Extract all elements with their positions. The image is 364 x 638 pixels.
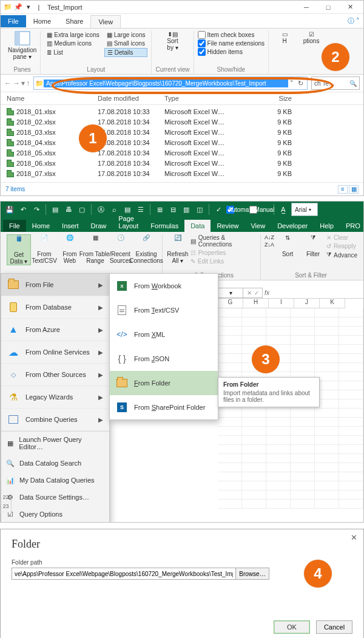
submenu-xml[interactable]: </>From XML — [110, 322, 218, 347]
fontcolor-icon[interactable]: A̲ — [278, 204, 289, 215]
qat-icon[interactable]: ◫ — [194, 204, 205, 215]
qat-dropdown-icon[interactable]: ▾ — [24, 2, 33, 12]
qat-icon[interactable]: ✓ — [213, 204, 224, 215]
grid-row[interactable] — [218, 472, 363, 481]
grid-row[interactable] — [218, 327, 363, 336]
grid-row[interactable] — [218, 363, 363, 372]
menu-legacy[interactable]: ⚗Legacy Wizards▶ — [1, 386, 109, 409]
column-headers[interactable]: Name Date modified Type Size — [1, 92, 363, 105]
addr-dropdown-icon[interactable]: ˅ — [288, 80, 295, 87]
excel-tab-insert[interactable]: Insert — [56, 220, 85, 232]
grid-row[interactable] — [218, 490, 363, 500]
excel-tab-review[interactable]: Review — [211, 220, 244, 232]
get-data-button[interactable]: 🛢️Get Data ▾ — [7, 234, 31, 265]
submenu-json[interactable]: { }From JSON — [110, 347, 218, 371]
excel-tab-formulas[interactable]: Formulas — [144, 220, 184, 232]
menu-plain[interactable]: ▦Launch Power Query Editor… — [1, 432, 109, 455]
properties-button[interactable]: ☷Properties — [190, 249, 257, 256]
tab-share[interactable]: Share — [58, 15, 90, 27]
col-I[interactable]: I — [269, 299, 294, 308]
grid-row[interactable] — [218, 345, 363, 354]
file-row[interactable]: 2018_07.xlsx 17.08.2018 10:34 Microsoft … — [7, 168, 357, 178]
grid-row[interactable] — [218, 436, 363, 445]
search-box[interactable]: ch Te…🔍 — [311, 76, 360, 90]
tab-view[interactable]: View — [90, 15, 121, 28]
menu-db[interactable]: From Database▶ — [1, 296, 109, 319]
refresh-all-button[interactable]: 🔄Refresh All ▾ — [166, 234, 189, 265]
excel-tab-home[interactable]: Home — [26, 220, 56, 232]
qat-icon[interactable]: ⊟ — [167, 204, 178, 215]
menu-other[interactable]: ◇From Other Sources▶ — [1, 364, 109, 386]
from-table-button[interactable]: ▦From Table/ Range — [83, 234, 107, 265]
excel-tab-file[interactable]: File — [3, 220, 26, 232]
menu-combine[interactable]: Combine Queries▶ — [1, 409, 109, 431]
pin-icon[interactable]: 📌 — [13, 2, 23, 12]
menu-plain[interactable]: 🔍Data Catalog Search — [1, 455, 109, 472]
col-K[interactable]: K — [320, 299, 345, 308]
grid-row[interactable] — [218, 454, 363, 463]
advanced-button[interactable]: ⧩Advance — [326, 251, 357, 259]
row-header[interactable]: 23 — [1, 503, 12, 512]
font-selector[interactable]: Arial▾ — [291, 203, 318, 216]
menu-file[interactable]: From File▶ — [1, 274, 109, 296]
dialog-close-button[interactable]: ✕ — [351, 533, 357, 542]
folder-path-input[interactable] — [12, 568, 236, 580]
grid-row[interactable] — [218, 463, 363, 472]
maximize-button[interactable]: □ — [317, 1, 339, 14]
from-csv-button[interactable]: 📄From Text/CSV — [32, 234, 56, 265]
tab-file[interactable]: File — [1, 15, 26, 27]
col-J[interactable]: J — [294, 299, 320, 308]
minimize-button[interactable]: ─ — [295, 1, 317, 14]
excel-tab-help[interactable]: Help — [314, 220, 340, 232]
clear-button[interactable]: ✕Clear — [326, 234, 357, 241]
file-row[interactable]: 2018_03.xlsx 17.08.2018 10:34 Microsoft … — [7, 127, 357, 137]
submenu-wb[interactable]: XFrom Workbook — [110, 274, 218, 298]
excel-tab-pagelayout[interactable]: Page Layout — [112, 212, 144, 232]
nav-up-button[interactable]: ↑ — [26, 79, 30, 87]
existing-conn-button[interactable]: 🔗Existing Connections — [134, 234, 158, 265]
col-H[interactable]: H — [243, 299, 269, 308]
address-path[interactable]: Apps\Professor Excel\Webpage\Blogposts\1… — [44, 80, 288, 87]
nav-back-button[interactable]: ← — [4, 79, 12, 87]
nav-history-icon[interactable]: ▾ — [21, 79, 25, 87]
grid-row[interactable] — [218, 418, 363, 427]
submenu-csv[interactable]: From Text/CSV — [110, 298, 218, 322]
menu-azure[interactable]: ▲From Azure▶ — [1, 319, 109, 341]
qat-icon[interactable]: Ⓐ — [95, 204, 106, 215]
navigation-pane-button[interactable]: Navigation pane ▾ — [8, 31, 36, 60]
reapply-button[interactable]: ↺Reapply — [326, 243, 357, 249]
grid-row[interactable] — [218, 427, 363, 436]
save-icon[interactable]: 💾 — [4, 204, 15, 215]
cancel-icon[interactable]: ✕ — [247, 290, 252, 296]
fx-icon[interactable]: fx — [263, 288, 271, 298]
layout-gallery[interactable]: ▦Extra large icons ▦Large icons ▥Medium … — [44, 31, 147, 57]
file-row[interactable]: 2018_02.xlsx 17.08.2018 10:34 Microsoft … — [7, 117, 357, 127]
menu-plain[interactable]: 📊My Data Catalog Queries — [1, 472, 109, 489]
qat-icon[interactable]: ▥ — [181, 204, 192, 215]
ok-button[interactable]: OK — [274, 620, 310, 634]
tab-home[interactable]: Home — [26, 15, 58, 27]
qat-icon[interactable]: 🖶 — [63, 204, 74, 215]
queries-connections-button[interactable]: ▤Queries & Connections — [190, 234, 257, 248]
sort-button[interactable]: ⇅Sort — [275, 234, 300, 259]
excel-tab-data[interactable]: Data — [184, 220, 211, 232]
file-list[interactable]: 2018_01.xlsx 17.08.2018 10:33 Microsoft … — [1, 105, 363, 182]
sort-az-button[interactable]: A↓Z — [265, 234, 274, 240]
excel-tab-pro[interactable]: PRO — [340, 220, 364, 232]
undo-icon[interactable]: ↶ — [18, 204, 29, 215]
col-G[interactable]: G — [218, 299, 243, 308]
grid-row[interactable] — [218, 409, 363, 418]
calc-auto-toggle[interactable]: Automatic — [226, 204, 247, 215]
grid-row[interactable] — [218, 336, 363, 345]
filter-button[interactable]: ⧩Filter — [301, 234, 325, 259]
file-row[interactable]: 2018_01.xlsx 17.08.2018 10:33 Microsoft … — [7, 106, 357, 117]
grid-row[interactable] — [218, 308, 363, 317]
name-box[interactable]: ▾ — [218, 288, 243, 298]
check-file-ext[interactable]: File name extensions — [198, 39, 265, 47]
file-row[interactable]: 2018_06.xlsx 17.08.2018 10:34 Microsoft … — [7, 158, 357, 168]
enter-icon[interactable]: ✓ — [254, 290, 259, 296]
hide-selected-button[interactable]: ▭H — [272, 31, 297, 44]
edit-links-button[interactable]: ✎Edit Links — [190, 258, 257, 265]
qat-icon[interactable]: ▤ — [50, 204, 61, 215]
grid-row[interactable] — [218, 481, 363, 490]
